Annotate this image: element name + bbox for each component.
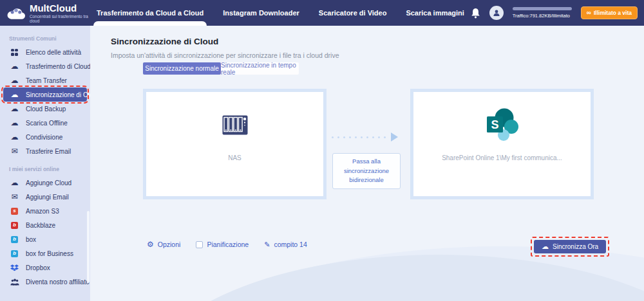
main-content: Sincronizzazione di Cloud Imposta un'att…	[90, 26, 644, 301]
nav-tab-instagram-downloader[interactable]: Instagram Downloader	[223, 0, 299, 26]
sidebar-item-label: Trasferire Email	[26, 148, 71, 155]
sidebar-item-label: box for Business	[26, 250, 73, 257]
sidebar-item-box[interactable]: b box	[3, 232, 87, 246]
sidebar-item-add-cloud[interactable]: ☁ Aggiunge Cloud	[3, 176, 87, 190]
cloud-plus-icon: ☁	[10, 179, 19, 187]
box-business-icon: b	[11, 250, 18, 257]
task-controls-row: ⚙ Opzioni Pianificazione ✎ compito 14	[147, 241, 307, 248]
sync-now-highlight: ☁ Sincronizza Ora	[531, 237, 609, 257]
box-icon: b	[11, 236, 18, 243]
traffic-label: Traffico:791.82KB/Illimitato	[513, 13, 572, 19]
sidebar-item-label: Condivisione	[26, 134, 62, 141]
options-button[interactable]: ⚙ Opzioni	[147, 241, 180, 248]
mail-icon: ✉	[10, 147, 19, 155]
sidebar-item-label: Scarica Offline	[26, 120, 68, 127]
sidebar-item-affiliate[interactable]: Diventa nostro affiliato	[3, 275, 87, 289]
logo-title: MultCloud	[30, 3, 97, 13]
source-cloud-label: NAS	[228, 154, 242, 161]
sidebar-item-cloud-backup[interactable]: ☁ Cloud Backup	[3, 102, 87, 116]
app-root: MultCloud Concentrati sul trasferimento …	[0, 0, 644, 301]
sidebar-item-label: Aggiunge Cloud	[26, 179, 71, 187]
sidebar-item-label: Backblaze	[26, 222, 55, 229]
switch-bidirectional-button[interactable]: Passa alla sincronizzazione bidirezional…	[332, 153, 401, 189]
sidebar-item-backblaze[interactable]: b Backblaze	[3, 218, 87, 232]
sidebar-item-label: Aggiungi Email	[26, 194, 69, 201]
sidebar-scrollbar-thumb[interactable]	[87, 211, 90, 283]
dropbox-icon	[10, 264, 19, 271]
cloud-sync-icon: ☁	[10, 91, 19, 98]
top-header: MultCloud Concentrati sul trasferimento …	[0, 0, 644, 26]
sidebar-item-label: Dropbox	[26, 264, 50, 271]
sidebar: Strumenti Comuni Elenco delle attività ☁…	[0, 26, 90, 301]
nav-tab-video-downloader[interactable]: Scaricatore di Video	[319, 0, 387, 26]
grid-icon	[10, 49, 19, 56]
header-right-cluster: Traffico:791.82KB/Illimitato ∞ Illimitat…	[471, 0, 644, 26]
sidebar-item-cloud-sync[interactable]: ☁ Sincronizzazione di Cloud	[3, 87, 87, 102]
upgrade-label: Illimitato a vita	[594, 10, 632, 16]
schedule-toggle[interactable]: Pianificazione	[196, 241, 249, 248]
backblaze-icon: b	[11, 222, 18, 229]
sidebar-item-box-for-business[interactable]: b box for Business	[3, 246, 87, 260]
sidebar-item-label: Sincronizzazione di Cloud	[26, 91, 90, 98]
nas-icon	[222, 102, 248, 147]
sidebar-item-sharing[interactable]: ☁ Condivisione	[3, 130, 87, 144]
page-title: Sincronizzazione di Cloud	[111, 37, 218, 46]
cloud-team-icon: ☁	[10, 77, 19, 84]
notifications-bell-icon[interactable]	[471, 8, 480, 19]
sidebar-item-dropbox[interactable]: Dropbox	[3, 260, 87, 275]
multcloud-logo[interactable]: MultCloud Concentrati sul trasferimento …	[0, 0, 97, 26]
task-name-label: compito 14	[274, 241, 307, 248]
nav-tab-label: Scarica immagini	[406, 9, 464, 17]
sync-direction-arrow	[332, 132, 398, 141]
sharepoint-icon: S	[485, 102, 520, 147]
active-tab-indicator	[93, 21, 207, 26]
schedule-checkbox[interactable]	[196, 241, 203, 248]
sidebar-section-common-tools: Strumenti Comuni	[0, 32, 90, 45]
sidebar-item-label: Trasferimento di Cloud	[26, 63, 90, 70]
nav-tab-image-downloader[interactable]: Scarica immagini	[406, 0, 464, 26]
person-icon	[493, 9, 500, 17]
sidebar-item-label: Amazon S3	[26, 208, 59, 215]
nav-tab-label: Trasferimento da Cloud a Cloud	[97, 9, 204, 17]
svg-text:S: S	[491, 118, 498, 131]
tab-realtime-sync[interactable]: Sincronizzazione in tempo reale	[221, 62, 299, 75]
cloud-transfer-icon: ☁	[10, 62, 19, 70]
sidebar-item-add-email[interactable]: ✉ Aggiungi Email	[3, 190, 87, 204]
sync-now-label: Sincronizza Ora	[553, 243, 598, 250]
sync-now-button[interactable]: ☁ Sincronizza Ora	[534, 240, 606, 253]
sidebar-item-task-list[interactable]: Elenco delle attività	[3, 45, 87, 59]
nav-tab-cloud-transfer[interactable]: Trasferimento da Cloud a Cloud	[97, 0, 204, 26]
sidebar-item-offline-download[interactable]: ☁ Scarica Offline	[3, 116, 87, 130]
cloud-download-icon: ☁	[10, 119, 19, 127]
sidebar-item-label: Team Transfer	[26, 77, 67, 84]
sidebar-item-label: box	[26, 236, 36, 243]
tab-normal-sync[interactable]: Sincronizzazione normale	[143, 62, 221, 75]
user-avatar[interactable]	[489, 6, 504, 20]
sidebar-item-label: Cloud Backup	[26, 105, 66, 113]
mail-plus-icon: ✉	[10, 193, 19, 201]
nav-tab-label: Instagram Downloader	[223, 9, 299, 17]
people-icon	[10, 278, 19, 286]
sidebar-item-email-transfer[interactable]: ✉ Trasferire Email	[3, 144, 87, 158]
pencil-icon: ✎	[264, 241, 270, 248]
source-cloud-panel[interactable]: NAS	[143, 89, 327, 199]
multcloud-cloud-icon	[6, 6, 25, 20]
infinity-icon: ∞	[587, 10, 591, 16]
nav-tab-label: Scaricatore di Video	[319, 9, 387, 17]
sidebar-item-amazon-s3[interactable]: s Amazon S3	[3, 204, 87, 218]
task-name-editor[interactable]: ✎ compito 14	[264, 241, 307, 248]
traffic-meter: Traffico:791.82KB/Illimitato	[513, 7, 572, 19]
schedule-label: Pianificazione	[207, 241, 249, 248]
upgrade-lifetime-button[interactable]: ∞ Illimitato a vita	[581, 6, 638, 19]
sidebar-item-team-transfer[interactable]: ☁ Team Transfer	[3, 73, 87, 87]
sync-mode-tabs: Sincronizzazione normale Sincronizzazion…	[143, 62, 299, 75]
page-subtitle: Imposta un'attività di sincronizzazione …	[111, 51, 339, 59]
gear-icon: ⚙	[147, 241, 154, 248]
target-cloud-panel[interactable]: S SharePoint Online 1\My first communica…	[410, 89, 594, 199]
arrow-right-icon	[391, 132, 398, 141]
sidebar-item-label: Diventa nostro affiliato	[26, 278, 90, 286]
amazon-s3-icon: s	[11, 208, 18, 215]
sidebar-section-online-services: I miei servizi online	[0, 163, 90, 176]
sidebar-item-cloud-transfer[interactable]: ☁ Trasferimento di Cloud	[3, 59, 87, 73]
target-cloud-label: SharePoint Online 1\My first communica..…	[442, 154, 562, 161]
